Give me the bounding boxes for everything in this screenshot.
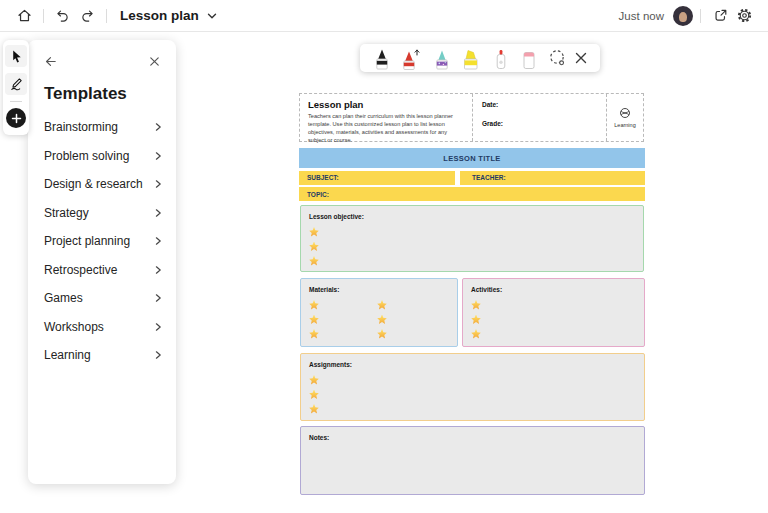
template-category-learning[interactable]: Learning [28, 341, 176, 370]
template-category-label: Learning [44, 348, 91, 362]
red-pen-button[interactable] [399, 47, 424, 72]
lesson-objective-box[interactable]: Lesson objective: [300, 205, 644, 272]
chevron-right-icon [153, 322, 163, 332]
star-bullet[interactable] [471, 300, 481, 310]
home-icon [16, 7, 33, 24]
avatar[interactable] [673, 6, 693, 26]
topic-field[interactable]: TOPIC: [299, 187, 645, 201]
learning-badge-label: Learning [614, 122, 635, 128]
lesson-plan-header-card[interactable]: Lesson plan Teachers can plan their curr… [299, 93, 644, 142]
assignments-label: Assignments: [309, 361, 636, 368]
template-category-strategy[interactable]: Strategy [28, 199, 176, 228]
learning-badge-icon [619, 107, 631, 119]
star-bullet[interactable] [309, 390, 319, 400]
teacher-field[interactable]: TEACHER: [460, 171, 645, 185]
highlighter-icon [459, 47, 483, 72]
template-category-problem-solving[interactable]: Problem solving [28, 142, 176, 171]
star-bullet[interactable] [309, 242, 319, 252]
notes-box[interactable]: Notes: [300, 426, 645, 495]
star-bullet[interactable] [309, 300, 319, 310]
board-title[interactable]: Lesson plan [120, 8, 199, 23]
toolbar-divider [10, 101, 22, 102]
date-label: Date: [482, 101, 597, 108]
star-bullet[interactable] [471, 315, 481, 325]
undo-button[interactable] [51, 4, 75, 28]
pen-toolbar [360, 44, 600, 72]
gear-icon [736, 7, 753, 24]
star-bullet[interactable] [377, 329, 387, 339]
notes-label: Notes: [309, 434, 636, 441]
chevron-right-icon [153, 350, 163, 360]
plus-icon [11, 113, 22, 124]
template-category-workshops[interactable]: Workshops [28, 313, 176, 342]
select-tool-button[interactable] [5, 45, 27, 67]
pen-icon [9, 76, 24, 92]
topbar-right-group: Just now [619, 4, 756, 28]
star-bullet[interactable] [309, 375, 319, 385]
materials-box[interactable]: Materials: [300, 278, 458, 347]
cursor-icon [9, 48, 24, 64]
star-bullet[interactable] [309, 256, 319, 266]
eraser-button[interactable] [518, 47, 540, 72]
topbar-left-group: Lesson plan [12, 4, 221, 28]
assignments-stars [309, 375, 636, 414]
template-category-project-planning[interactable]: Project planning [28, 227, 176, 256]
chevron-right-icon [153, 293, 163, 303]
lesson-objective-label: Lesson objective: [309, 213, 635, 220]
templates-panel-header [28, 40, 176, 70]
eraser-icon [518, 47, 540, 72]
template-title: Lesson plan [308, 99, 464, 110]
star-bullet[interactable] [309, 315, 319, 325]
lesson-title-label: LESSON TITLE [443, 154, 500, 163]
template-category-brainstorming[interactable]: Brainstorming [28, 113, 176, 142]
topbar: Lesson plan Just now [0, 0, 768, 32]
highlighter-button[interactable] [459, 47, 483, 72]
black-pen-icon [371, 47, 393, 72]
template-category-design-research[interactable]: Design & research [28, 170, 176, 199]
materials-label: Materials: [309, 286, 449, 293]
assignments-box[interactable]: Assignments: [300, 353, 645, 421]
redo-button[interactable] [75, 4, 99, 28]
close-panel-button[interactable] [145, 52, 163, 70]
settings-button[interactable] [732, 4, 756, 28]
template-category-label: Brainstorming [44, 120, 118, 134]
laser-pointer-button[interactable] [490, 47, 512, 72]
template-description: Teachers can plan their curriculum with … [308, 112, 464, 144]
save-status: Just now [619, 10, 664, 22]
ink-tool-button[interactable] [5, 73, 27, 95]
activities-box[interactable]: Activities: [462, 278, 645, 347]
templates-list: Brainstorming Problem solving Design & r… [28, 113, 176, 370]
insert-button[interactable] [6, 108, 26, 128]
topic-label: TOPIC: [307, 191, 329, 198]
board-title-dropdown[interactable] [203, 4, 221, 28]
undo-icon [54, 7, 72, 25]
share-button[interactable] [708, 4, 732, 28]
close-pen-toolbar-button[interactable] [573, 44, 589, 72]
star-bullet[interactable] [471, 329, 481, 339]
star-bullet[interactable] [309, 404, 319, 414]
redo-icon [78, 7, 96, 25]
star-bullet[interactable] [377, 300, 387, 310]
star-bullet[interactable] [309, 227, 319, 237]
chevron-right-icon [153, 208, 163, 218]
subject-field[interactable]: SUBJECT: [299, 171, 455, 185]
template-category-label: Strategy [44, 206, 89, 220]
objective-stars [309, 227, 635, 266]
star-bullet[interactable] [377, 315, 387, 325]
template-category-retrospective[interactable]: Retrospective [28, 256, 176, 285]
template-category-label: Workshops [44, 320, 104, 334]
lesson-title-bar[interactable]: LESSON TITLE [299, 148, 645, 168]
chevron-right-icon [153, 151, 163, 161]
back-button[interactable] [41, 52, 59, 70]
lasso-select-icon [547, 48, 567, 68]
star-bullet[interactable] [309, 329, 319, 339]
topbar-divider [106, 9, 107, 23]
template-category-games[interactable]: Games [28, 284, 176, 313]
black-pen-button[interactable] [371, 47, 393, 72]
home-button[interactable] [12, 4, 36, 28]
topbar-divider [700, 9, 701, 23]
activities-stars [471, 300, 636, 339]
rainbow-pen-button[interactable] [431, 47, 453, 72]
laser-pointer-icon [490, 47, 512, 72]
lasso-select-button[interactable] [547, 44, 567, 72]
